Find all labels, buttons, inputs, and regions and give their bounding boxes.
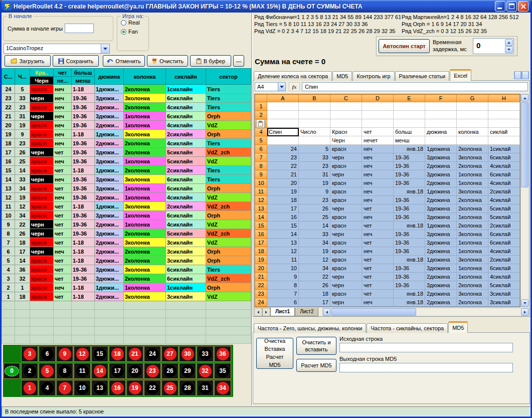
cell-G16[interactable]: 3колонка <box>457 230 488 239</box>
roulette-number-5[interactable]: 5 <box>39 363 56 379</box>
cell-G19[interactable]: 3колонка <box>457 256 488 264</box>
spinner-down-button[interactable] <box>505 46 513 53</box>
cell-H7[interactable]: 6сиклай <box>488 153 520 162</box>
cell-G20[interactable]: 1колонка <box>457 264 488 273</box>
cell-A1[interactable] <box>267 102 299 111</box>
scroll-down-button[interactable] <box>521 299 528 307</box>
cell-C23[interactable]: красн <box>330 290 362 298</box>
load-button[interactable]: Загрузить <box>5 55 51 67</box>
radio-icon[interactable] <box>121 29 126 35</box>
cell-E5[interactable]: менш <box>394 136 425 145</box>
cell-H16[interactable]: 6сиклай <box>488 230 520 239</box>
cell-H5[interactable] <box>488 136 520 145</box>
cell-C8[interactable]: красн <box>330 162 362 170</box>
cell-H25[interactable]: 3сиклай <box>488 307 520 308</box>
col-header-G[interactable]: G <box>457 95 488 102</box>
cell-G24[interactable]: 2колонка <box>457 298 488 307</box>
cell-F8[interactable]: 2дюжина <box>425 162 457 170</box>
roulette-number-19[interactable]: 19 <box>126 380 143 396</box>
cell-E14[interactable]: 19-36 <box>394 213 425 222</box>
row-header-22[interactable]: 22 <box>255 281 267 290</box>
cell-A8[interactable]: 22 <box>267 162 299 170</box>
cell-H10[interactable]: 4сиклай <box>488 179 520 187</box>
row-header-9[interactable]: 9 <box>255 170 267 179</box>
roulette-number-28[interactable]: 28 <box>179 380 196 396</box>
cell-D4[interactable]: чет <box>362 128 394 136</box>
cell-C19[interactable]: красн <box>330 256 362 264</box>
cell-A21[interactable]: 9 <box>267 273 299 281</box>
cell-C16[interactable]: черн <box>330 230 362 239</box>
cell-D7[interactable]: неч <box>362 153 394 162</box>
cell-D21[interactable]: чет <box>362 273 394 281</box>
cell-E22[interactable]: 19-36 <box>394 281 425 290</box>
row-header-18[interactable]: 18 <box>255 247 267 256</box>
cell-F14[interactable]: 3дюжина <box>425 213 457 222</box>
cell-D16[interactable]: неч <box>362 230 394 239</box>
roulette-number-13[interactable]: 13 <box>91 380 108 396</box>
cell-A15[interactable]: 15 <box>267 222 299 230</box>
cell-D8[interactable]: неч <box>362 162 394 170</box>
cell-A5[interactable] <box>267 136 299 145</box>
cell-F18[interactable]: 2дюжина <box>425 247 457 256</box>
bottom-tab-1[interactable]: Частота - сиклайны, сектора <box>367 323 448 333</box>
cell-C12[interactable]: красн <box>330 196 362 204</box>
roulette-number-14[interactable]: 14 <box>91 363 108 379</box>
roulette-number-32[interactable]: 32 <box>197 363 214 379</box>
cell-E12[interactable]: 19-36 <box>394 196 425 204</box>
cell-D14[interactable]: неч <box>362 213 394 222</box>
hscroll-thumb[interactable] <box>331 308 416 316</box>
roulette-number-3[interactable]: 3 <box>21 346 38 362</box>
formula-field[interactable]: Спин <box>302 82 528 91</box>
cell-A10[interactable]: 20 <box>267 179 299 187</box>
cell-B5[interactable] <box>299 136 330 145</box>
row-header-13[interactable]: 13 <box>255 204 267 213</box>
cell-D10[interactable]: неч <box>362 179 394 187</box>
cell-E25[interactable]: янв.18 <box>394 307 425 308</box>
cell-D20[interactable]: чет <box>362 264 394 273</box>
cell-E15[interactable]: янв.18 <box>394 222 425 230</box>
cell-G11[interactable]: 3колонка <box>457 187 488 196</box>
cell-H11[interactable]: 2сиклай <box>488 187 520 196</box>
cell-F12[interactable]: 2дюжина <box>425 196 457 204</box>
cell-C11[interactable]: красн <box>330 187 362 196</box>
cell-A11[interactable]: 19 <box>267 187 299 196</box>
row-header-24[interactable]: 24 <box>255 298 267 307</box>
cell-E16[interactable]: 19-36 <box>394 230 425 239</box>
cell-E2[interactable] <box>394 111 425 119</box>
cell-C6[interactable]: красн <box>330 145 362 153</box>
roulette-number-35[interactable]: 35 <box>214 363 231 379</box>
row-header-7[interactable]: 7 <box>255 153 267 162</box>
row-header-6[interactable]: 6 <box>255 145 267 153</box>
cell-H8[interactable]: 4сиклай <box>488 162 520 170</box>
cell-B19[interactable]: 12 <box>299 256 330 264</box>
cell-D3[interactable] <box>362 119 394 128</box>
cell-H3[interactable] <box>488 119 520 128</box>
roulette-number-9[interactable]: 9 <box>56 346 73 362</box>
row-header-15[interactable]: 15 <box>255 222 267 230</box>
cell-B12[interactable]: 23 <box>299 196 330 204</box>
cell-B18[interactable]: 19 <box>299 247 330 256</box>
roulette-number-21[interactable]: 21 <box>126 346 143 362</box>
cell-E17[interactable]: 19-36 <box>394 239 425 247</box>
cell-A17[interactable]: 13 <box>267 239 299 247</box>
cell-D11[interactable]: неч <box>362 187 394 196</box>
cell-E18[interactable]: 19-36 <box>394 247 425 256</box>
cell-B16[interactable]: 33 <box>299 230 330 239</box>
cell-F9[interactable]: 3дюжина <box>425 170 457 179</box>
title-bar[interactable]: HelperRoullet 4.2 - create helperroullet… <box>2 0 530 13</box>
roulette-number-30[interactable]: 30 <box>179 346 196 362</box>
cell-C17[interactable]: красн <box>330 239 362 247</box>
row-header-23[interactable]: 23 <box>255 290 267 298</box>
cell-G6[interactable]: 2колонка <box>457 145 488 153</box>
cell-A19[interactable]: 11 <box>267 256 299 264</box>
cell-A7[interactable]: 23 <box>267 153 299 162</box>
cell-C13[interactable]: черн <box>330 204 362 213</box>
source-string-input[interactable] <box>339 343 513 352</box>
cell-F6[interactable]: 1дюжина <box>425 145 457 153</box>
row-header-19[interactable]: 19 <box>255 256 267 264</box>
cell-D25[interactable]: чет <box>362 307 394 308</box>
tab-scroll-left-button[interactable] <box>514 71 521 79</box>
row-header-20[interactable]: 20 <box>255 264 267 273</box>
cell-F15[interactable]: 1дюжина <box>425 222 457 230</box>
cell-G5[interactable] <box>457 136 488 145</box>
